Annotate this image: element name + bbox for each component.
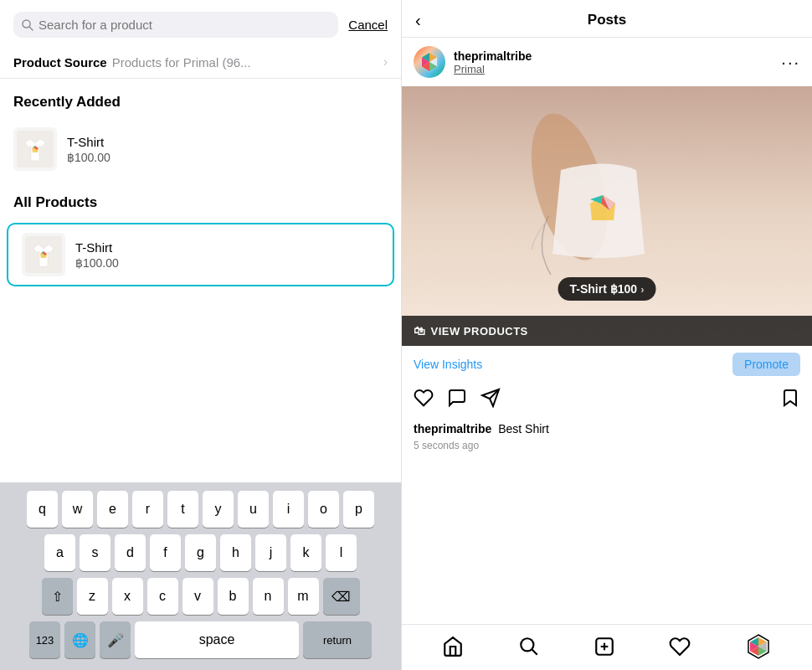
heart-icon[interactable] xyxy=(414,388,434,413)
chevron-right-icon: › xyxy=(383,54,388,70)
view-insights-link[interactable]: View Insights xyxy=(414,358,731,371)
post-image-svg xyxy=(402,86,812,346)
all-products-section: All Products xyxy=(0,179,401,290)
view-products-bar[interactable]: 🛍 VIEW PRODUCTS xyxy=(402,316,812,346)
product-thumbnail xyxy=(22,233,65,276)
product-tag-text: T-Shirt ฿100 xyxy=(570,282,638,296)
all-products-title: All Products xyxy=(0,179,401,219)
key-return[interactable]: return xyxy=(303,621,372,658)
key-b[interactable]: b xyxy=(218,578,249,615)
primal-logo-icon xyxy=(417,49,442,75)
back-button[interactable]: ‹ xyxy=(415,11,421,30)
keyboard-row-4: 123 🌐 🎤 space return xyxy=(3,621,398,658)
key-globe[interactable]: 🌐 xyxy=(64,621,95,658)
key-j[interactable]: j xyxy=(255,534,286,571)
action-icons-row xyxy=(402,383,812,418)
post-image: T-Shirt ฿100 › 🛍 VIEW PRODUCTS xyxy=(402,86,812,346)
caption-row: theprimaltribe Best Shirt xyxy=(402,418,812,438)
product-info: T-Shirt ฿100.00 xyxy=(75,240,119,270)
nav-heart-icon[interactable] xyxy=(669,636,691,657)
key-o[interactable]: o xyxy=(308,491,339,528)
list-item[interactable]: T-Shirt ฿100.00 xyxy=(7,223,394,286)
product-name: T-Shirt xyxy=(67,135,110,149)
key-t[interactable]: t xyxy=(167,491,198,528)
key-k[interactable]: k xyxy=(290,534,321,571)
product-thumbnail xyxy=(13,127,57,171)
key-space[interactable]: space xyxy=(135,621,299,658)
search-bar-row: Cancel xyxy=(0,0,401,46)
caption-username: theprimaltribe xyxy=(414,422,491,436)
key-g[interactable]: g xyxy=(185,534,216,571)
key-l[interactable]: l xyxy=(326,534,357,571)
promote-button[interactable]: Promote xyxy=(732,353,800,376)
key-p[interactable]: p xyxy=(343,491,374,528)
timestamp: 5 seconds ago xyxy=(402,438,812,456)
right-panel: ‹ Posts theprimaltribe xyxy=(402,0,812,670)
post-image-wrap: T-Shirt ฿100 › 🛍 VIEW PRODUCTS xyxy=(402,86,812,346)
search-icon xyxy=(22,19,33,31)
posts-title: Posts xyxy=(588,12,626,28)
key-u[interactable]: u xyxy=(238,491,269,528)
key-123[interactable]: 123 xyxy=(29,621,60,658)
key-v[interactable]: v xyxy=(182,578,213,615)
profile-username: theprimaltribe xyxy=(454,49,773,63)
recently-added-title: Recently Added xyxy=(0,79,401,119)
keyboard: q w e r t y u i o p a s d f g h j k xyxy=(0,482,401,670)
product-source-label: Product Source xyxy=(13,55,107,70)
key-mic[interactable]: 🎤 xyxy=(100,621,131,658)
product-price: ฿100.00 xyxy=(75,256,119,270)
key-w[interactable]: w xyxy=(62,491,93,528)
view-products-label: VIEW PRODUCTS xyxy=(431,325,528,338)
key-n[interactable]: n xyxy=(253,578,284,615)
profile-row: theprimaltribe Primal ··· xyxy=(402,38,812,86)
nav-primal-logo-icon xyxy=(745,633,772,660)
recently-added-section: Recently Added T-Shirt ฿100.00 xyxy=(0,79,401,179)
arrow-wrap: T-Shirt ฿100.00 xyxy=(0,223,401,286)
key-x[interactable]: x xyxy=(112,578,143,615)
search-input[interactable] xyxy=(39,18,330,32)
profile-info: theprimaltribe Primal xyxy=(454,49,773,75)
caption-text: theprimaltribe Best Shirt xyxy=(414,422,549,436)
profile-brand: Primal xyxy=(454,63,773,75)
product-tag[interactable]: T-Shirt ฿100 › xyxy=(558,277,656,301)
cancel-button[interactable]: Cancel xyxy=(348,18,388,32)
bottom-nav xyxy=(402,624,812,670)
product-name: T-Shirt xyxy=(75,240,119,255)
caption-content: Best Shirt xyxy=(498,422,549,436)
key-f[interactable]: f xyxy=(150,534,181,571)
key-d[interactable]: d xyxy=(115,534,146,571)
key-q[interactable]: q xyxy=(27,491,58,528)
nav-add-icon[interactable] xyxy=(594,636,615,657)
list-item[interactable]: T-Shirt ฿100.00 xyxy=(0,119,401,179)
nav-search-icon[interactable] xyxy=(518,636,540,657)
search-input-wrap[interactable] xyxy=(13,12,338,38)
key-m[interactable]: m xyxy=(288,578,319,615)
share-icon[interactable] xyxy=(481,388,501,413)
bookmark-icon[interactable] xyxy=(780,388,800,413)
key-h[interactable]: h xyxy=(220,534,251,571)
left-panel: Cancel Product Source Products for Prima… xyxy=(0,0,402,670)
key-y[interactable]: y xyxy=(203,491,234,528)
product-source-row[interactable]: Product Source Products for Primal (96..… xyxy=(0,46,401,79)
key-backspace[interactable]: ⌫ xyxy=(323,578,360,615)
post-actions-row: View Insights Promote xyxy=(402,346,812,383)
avatar xyxy=(414,46,445,78)
nav-profile-icon[interactable] xyxy=(745,633,772,660)
nav-home-icon[interactable] xyxy=(442,636,464,657)
comment-icon[interactable] xyxy=(447,388,467,413)
bag-icon: 🛍 xyxy=(414,324,426,338)
key-shift[interactable]: ⇧ xyxy=(42,578,73,615)
key-r[interactable]: r xyxy=(132,491,163,528)
keyboard-row-3: ⇧ z x c v b n m ⌫ xyxy=(3,578,398,615)
key-s[interactable]: s xyxy=(80,534,110,571)
keyboard-row-2: a s d f g h j k l xyxy=(3,534,398,571)
key-i[interactable]: i xyxy=(273,491,304,528)
more-options-button[interactable]: ··· xyxy=(781,53,800,72)
tshirt-image-selected xyxy=(25,236,62,273)
key-c[interactable]: c xyxy=(147,578,178,615)
key-a[interactable]: a xyxy=(44,534,75,571)
product-source-value: Products for Primal (96... xyxy=(112,55,378,70)
product-info: T-Shirt ฿100.00 xyxy=(67,135,110,164)
key-e[interactable]: e xyxy=(97,491,128,528)
key-z[interactable]: z xyxy=(77,578,108,615)
